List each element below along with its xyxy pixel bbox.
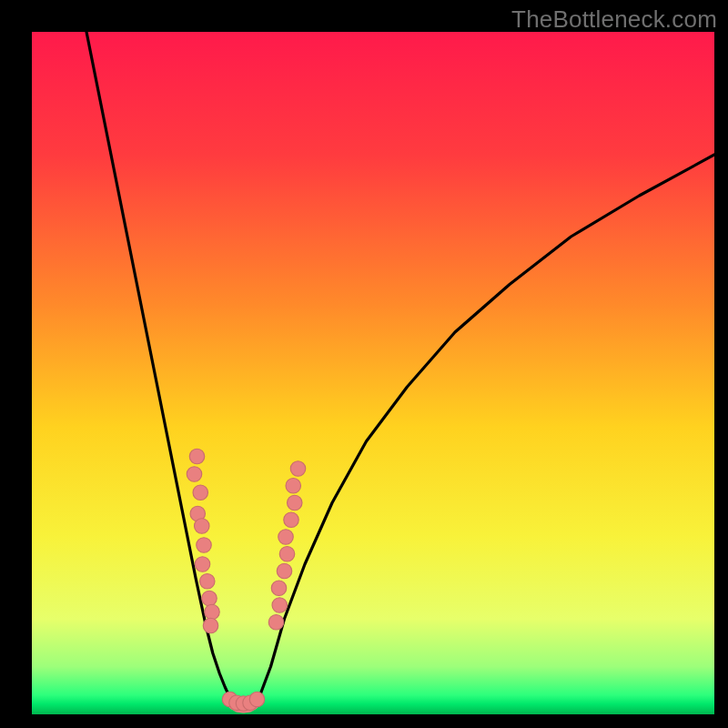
scatter-point — [279, 547, 295, 562]
scatter-point — [193, 485, 208, 500]
scatter-point — [205, 604, 220, 620]
scatter-point — [278, 530, 294, 545]
scatter-point — [284, 512, 299, 528]
scatter-points-group — [187, 449, 306, 711]
scatter-point — [200, 574, 216, 590]
scatter-point — [271, 581, 287, 596]
plot-area — [32, 32, 714, 714]
chart-svg — [32, 32, 714, 714]
scatter-point — [268, 615, 284, 631]
scatter-point — [189, 449, 205, 464]
scatter-point — [187, 467, 202, 482]
scatter-point — [202, 591, 217, 606]
outer-frame: TheBottleneck.com — [0, 0, 728, 728]
scatter-point — [195, 519, 210, 534]
series-right-branch — [254, 155, 714, 704]
line-series-group — [86, 32, 714, 708]
scatter-point — [290, 461, 306, 477]
scatter-point — [286, 479, 301, 494]
scatter-point — [249, 692, 265, 706]
watermark-text: TheBottleneck.com — [511, 5, 717, 34]
scatter-point — [197, 538, 212, 552]
scatter-point — [195, 557, 210, 572]
scatter-point — [288, 495, 303, 511]
scatter-point — [272, 598, 288, 613]
scatter-point — [203, 618, 218, 633]
scatter-point — [277, 563, 292, 579]
